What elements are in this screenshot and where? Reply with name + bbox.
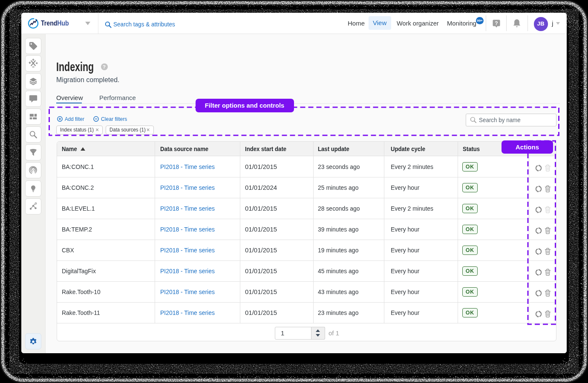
svg-text:?: ?	[495, 20, 498, 26]
